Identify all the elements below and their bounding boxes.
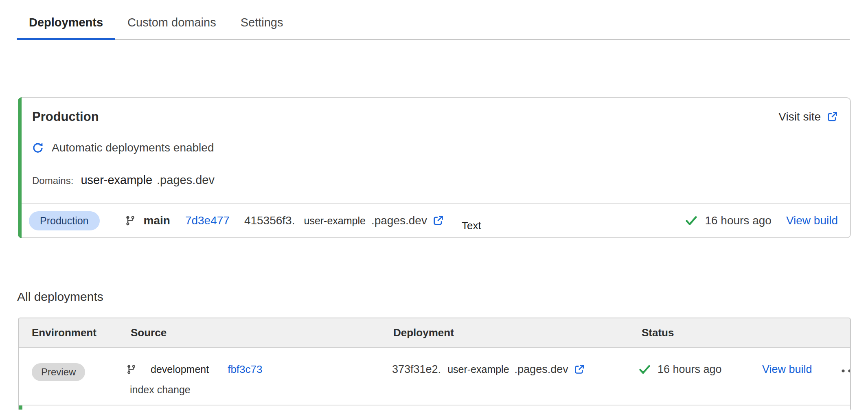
column-header-source: Source xyxy=(113,327,375,339)
auto-deployments-text: Automatic deployments enabled xyxy=(52,141,214,154)
deployment-domain-suffix: .pages.dev xyxy=(371,214,427,227)
deployment-domain: user-example xyxy=(304,215,365,227)
git-branch-icon xyxy=(125,215,136,226)
branch-name: main xyxy=(144,214,170,227)
refresh-icon xyxy=(32,142,44,153)
column-header-deployment: Deployment xyxy=(375,327,624,339)
environment-badge-preview: Preview xyxy=(32,363,85,381)
git-branch-icon xyxy=(126,364,136,375)
production-card: Production Visit site Automatic deployme… xyxy=(18,97,851,238)
production-title: Production xyxy=(32,110,99,124)
column-header-status: Status xyxy=(624,327,744,339)
deployments-table: Environment Source Deployment Status Pre… xyxy=(18,318,851,410)
external-link-icon[interactable] xyxy=(432,215,444,226)
environment-badge-production: Production xyxy=(29,211,100,230)
domain-name: user-example xyxy=(81,173,152,187)
deployment-id: 415356f3. xyxy=(244,214,295,227)
deployment-time: 16 hours ago xyxy=(705,214,771,227)
all-deployments-heading: All deployments xyxy=(17,290,868,304)
success-check-icon xyxy=(685,214,698,227)
branch-name: development xyxy=(151,364,209,375)
text-annotation: Text xyxy=(462,219,481,232)
visit-site-label: Visit site xyxy=(778,110,821,123)
production-accent-bar xyxy=(18,97,22,238)
column-header-environment: Environment xyxy=(19,327,113,339)
external-link-icon xyxy=(826,111,838,123)
external-link-icon[interactable] xyxy=(574,364,585,375)
tab-bar: Deployments Custom domains Settings xyxy=(17,0,850,40)
tab-custom-domains[interactable]: Custom domains xyxy=(115,11,228,39)
production-deployment-row: Production main 7d3e477 415356f3. user-e… xyxy=(19,203,850,237)
tab-deployments[interactable]: Deployments xyxy=(17,11,115,39)
table-row: Preview development fbf3c73 index change… xyxy=(19,348,850,405)
deployment-id: 373f31e2. xyxy=(392,363,441,376)
view-build-link[interactable]: View build xyxy=(786,214,838,227)
domains-label: Domains: xyxy=(32,175,73,186)
deployment-domain: user-example xyxy=(447,364,509,375)
row-menu-button[interactable] xyxy=(823,363,851,373)
deployment-time: 16 hours ago xyxy=(658,363,722,376)
ellipsis-icon xyxy=(841,369,851,373)
view-build-link[interactable]: View build xyxy=(762,363,812,375)
next-row-accent xyxy=(19,405,22,410)
commit-message: index change xyxy=(130,384,375,396)
commit-link[interactable]: 7d3e477 xyxy=(185,214,230,227)
commit-link[interactable]: fbf3c73 xyxy=(228,363,262,376)
domain-suffix: .pages.dev xyxy=(157,173,215,187)
table-header: Environment Source Deployment Status xyxy=(19,318,850,348)
visit-site-link[interactable]: Visit site xyxy=(778,110,838,123)
tab-settings[interactable]: Settings xyxy=(228,11,296,39)
deployment-domain-suffix: .pages.dev xyxy=(515,363,568,376)
success-check-icon xyxy=(638,363,651,376)
